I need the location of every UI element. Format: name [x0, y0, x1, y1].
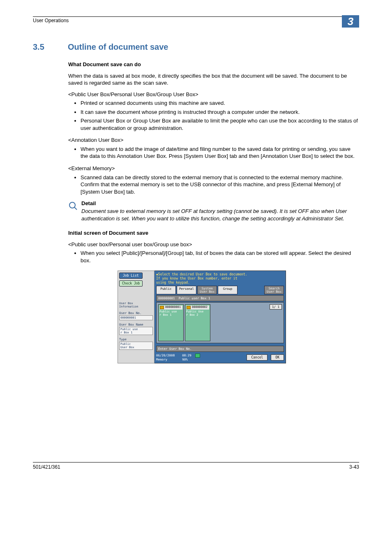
device-screenshot: Job List Check Job User Box Information …	[118, 271, 286, 363]
tab-system-user-box[interactable]: System User Box	[197, 286, 217, 294]
hint-text: ◆Select the desired User Box to save doc…	[156, 273, 284, 284]
userbox-no-value: 000000001	[119, 315, 153, 320]
section-title: Outline of document save	[68, 42, 168, 51]
footer-right: 3-43	[349, 464, 359, 470]
section-heading: 3.5Outline of document save	[33, 42, 359, 52]
userbox-type-value: Public User Box	[119, 342, 153, 350]
footer-memory-label: Memory	[156, 358, 167, 361]
annotation-line: <Annotation User Box>	[68, 136, 359, 144]
box-list-area: 000000001 Public use r Box 1 000000002 P…	[156, 302, 284, 343]
tab-search-user-box[interactable]: Search User Box	[264, 286, 284, 294]
bullets-external: Scanned data can be directly stored to t…	[68, 174, 359, 196]
page-category: User Operations	[33, 18, 69, 23]
svg-line-1	[74, 207, 77, 210]
chapter-number-badge: 3	[342, 15, 359, 28]
userbox-info-title: User Box Information	[119, 302, 153, 308]
bullets-box-types: Printed or scanned documents using this …	[68, 99, 359, 132]
footer-memory-pct: 90%	[182, 358, 188, 361]
magnifier-icon	[68, 201, 79, 212]
enter-user-box-field[interactable]: Enter User Box No.	[156, 346, 284, 352]
footer-time: 08:29	[182, 354, 191, 357]
initial-sub-line: <Public user box/Personal user box/Group…	[68, 241, 359, 248]
tab-public[interactable]: Public	[156, 286, 176, 294]
list-item: Personal User Box or Group User Box are …	[81, 117, 359, 132]
folder-icon	[160, 306, 164, 309]
breadcrumb-bar: 000000001 Public user Box 1	[156, 295, 284, 301]
box-types-line: <Public User Box/Personal User Box/Group…	[68, 91, 359, 98]
list-item: Printed or scanned documents using this …	[81, 99, 359, 107]
list-item: When you select [Public]/[Personal]/[Gro…	[81, 250, 359, 264]
footer-date: 06/20/2008	[156, 354, 175, 357]
userbox-no-label: User Box No.	[119, 311, 153, 315]
section-number: 3.5	[33, 42, 68, 52]
detail-body: Document save to external memory is set …	[81, 208, 359, 222]
cancel-button[interactable]: Cancel	[247, 354, 267, 361]
user-box-item[interactable]: 000000002 Public Use r Box 2	[185, 304, 210, 341]
userbox-name-label: User Box Name	[119, 323, 153, 326]
check-job-button[interactable]: Check Job	[119, 280, 143, 287]
folder-icon	[187, 306, 191, 309]
list-item: Scanned data can be directly stored to t…	[81, 174, 359, 196]
ok-button[interactable]: OK	[271, 354, 284, 361]
heading-initial: Initial screen of Document save	[68, 229, 359, 237]
user-box-item[interactable]: 000000001 Public use r Box 1	[158, 304, 184, 341]
intro-paragraph: When the data is saved at box mode, it d…	[68, 72, 359, 87]
memory-icon	[195, 354, 200, 358]
list-item: When you want to add the image of date/t…	[81, 146, 359, 160]
userbox-name-value: Public use r Box 1	[119, 327, 153, 335]
tab-group[interactable]: Group	[218, 286, 238, 294]
external-line: <External Memory>	[68, 165, 359, 172]
job-list-button[interactable]: Job List	[119, 273, 143, 279]
list-item: It can save the document whose printing …	[81, 109, 359, 116]
pager: 1/ 1	[270, 304, 282, 310]
svg-point-0	[69, 202, 75, 208]
tab-personal[interactable]: Personal	[177, 286, 196, 294]
bullets-annotation: When you want to add the image of date/t…	[68, 146, 359, 160]
bullets-initial: When you select [Public]/[Personal]/[Gro…	[68, 250, 359, 264]
detail-label: Detail	[81, 200, 359, 206]
userbox-type-label: Type	[119, 338, 153, 341]
footer-left: 501/421/361	[33, 464, 60, 470]
heading-what: What Document save can do	[68, 61, 359, 68]
